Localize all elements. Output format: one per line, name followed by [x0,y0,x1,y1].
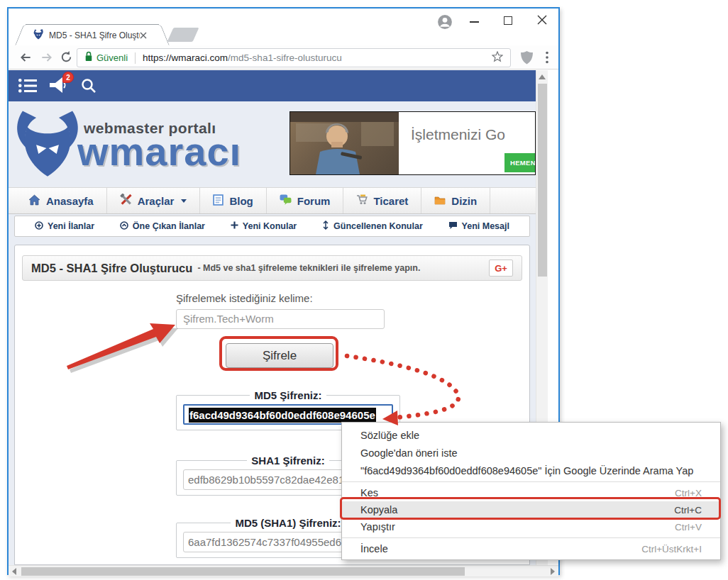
browser-tab[interactable]: MD5 - SHA1 Şifre Oluştur [26,24,159,45]
chevron-down-icon [181,199,187,203]
md5-sha1-label: MD5 (SHA1) Şifreniz: [231,517,345,529]
main-nav: Anasayfa Araçlar Blog Forum Ticaret [9,187,536,214]
md5-label: MD5 Şifreniz: [250,389,326,401]
ad-headline: İşletmenizi Go [411,126,505,143]
tools-icon [120,194,132,208]
cart-icon [356,194,368,207]
sub-nav: Yeni İlanlar Öne Çıkan İlanlar Yeni Konu… [14,216,530,237]
menu-separator [342,481,720,482]
tab-title: MD5 - SHA1 Şifre Oluştur [49,30,140,40]
shield-extension-icon[interactable] [521,51,533,67]
ad-banner[interactable]: İşletmenizi Go HEMEN BA [289,111,536,175]
nav-item-anasayfa[interactable]: Anasayfa [16,188,107,213]
home-icon [28,194,40,208]
menu-item-oneri-iste[interactable]: Google'dan öneri iste [342,444,720,462]
tab-close-icon[interactable] [140,29,147,42]
url-path: /md5-sha1-sifre-olusturucu [228,52,342,63]
close-button[interactable] [536,14,548,26]
lock-icon [84,51,93,65]
favicon-bull-icon [33,28,44,43]
page-subtitle: - Md5 ve sha1 şifreleme teknikleri ile ş… [197,263,420,273]
notification-badge: 2 [62,72,74,83]
url-host: https://wmaraci.com [143,52,228,63]
menu-separator [342,537,720,538]
bookmark-star-icon[interactable] [492,51,503,65]
logo-brand[interactable]: wmaracı [77,132,241,172]
circle-plus-icon [35,221,43,232]
more-menu-icon[interactable] [546,51,548,67]
url-divider [135,52,136,64]
menu-item-kopyala[interactable]: KopyalaCtrl+C [342,501,720,518]
subnav-yeni-konular[interactable]: Yeni Konular [231,221,297,231]
word-input[interactable]: Şifrem.Tech+Worm [176,309,385,329]
updown-arrow-icon [322,221,329,232]
site-topbar: 2 [9,70,536,101]
reload-icon[interactable] [60,50,73,67]
vertical-scroll-thumb[interactable] [538,84,547,277]
desktop: { "chrome": { "tab_title": "MD5 - SHA1 Ş… [0,0,728,580]
shortcut-label: Ctrl+C [674,505,702,515]
nav-item-ticaret[interactable]: Ticaret [343,188,421,213]
menu-item-sozluge-ekle[interactable]: Sözlüğe ekle [342,426,720,444]
search-icon[interactable] [81,78,96,96]
profile-icon[interactable] [437,14,453,30]
word-input-label: Şifrelemek istediğiniz kelime: [176,292,313,304]
sha1-label: SHA1 Şifreniz: [247,454,329,467]
blog-icon [213,194,224,208]
subnav-guncellenen-konular[interactable]: Güncellenen Konular [322,221,423,232]
menu-item-yapistir[interactable]: YapıştırCtrl+V [342,518,720,535]
bull-logo-icon[interactable] [11,104,84,184]
shortcut-label: Ctrl+ÜstKrkt+I [641,544,702,554]
ad-photo [290,112,399,174]
chat-bubble-icon [448,221,458,232]
encrypt-button[interactable]: Şifrele [226,343,333,368]
url-bar[interactable]: Güvenli https://wmaraci.com/md5-sha1-sif… [77,48,511,67]
shortcut-label: Ctrl+X [675,488,702,498]
shortcut-label: Ctrl+V [675,522,702,532]
menu-item-google-arama[interactable]: "f6acd49d9364bf60d0eddf608e94605e" İçin … [342,462,720,479]
scroll-up-icon[interactable] [539,74,546,79]
page-title: MD5 - SHA1 Şifre Oluşturucu [31,262,192,275]
folder-icon [434,195,446,207]
scroll-right-icon[interactable] [551,568,555,575]
list-menu-icon[interactable] [18,79,37,96]
menu-item-incele[interactable]: İnceleCtrl+ÜstKrkt+I [342,540,720,557]
nav-item-dizin[interactable]: Dizin [421,188,490,213]
nav-item-araclar[interactable]: Araçlar [107,188,201,213]
forum-icon [280,194,292,207]
horizontal-scroll-thumb[interactable] [21,567,465,576]
nav-item-blog[interactable]: Blog [200,188,266,213]
browser-toolbar: Güvenli https://wmaraci.com/md5-sha1-sif… [9,45,558,69]
selected-text: f6acd49d9364bf60d0eddf608e94605e [189,408,376,423]
horizontal-scrollbar[interactable] [9,565,558,576]
new-tab-button[interactable] [167,28,199,42]
circle-up-icon [120,221,128,232]
maximize-button[interactable] [504,16,512,25]
gplus-button[interactable]: G+ [489,260,513,277]
minimize-button[interactable] [470,21,479,23]
nav-item-forum[interactable]: Forum [267,188,344,213]
ad-cta-button[interactable]: HEMEN BA [504,153,536,172]
back-icon[interactable] [18,50,33,67]
subnav-yeni-ilanlar[interactable]: Yeni İlanlar [35,221,94,232]
forward-icon[interactable] [40,50,54,67]
plus-icon [231,221,238,231]
menu-item-kes[interactable]: KesCtrl+X [342,484,720,501]
scroll-left-icon[interactable] [12,568,16,575]
secure-label: Güvenli [96,52,128,63]
subnav-yeni-mesajlar[interactable]: Yeni Mesajl [448,221,509,232]
context-menu: Sözlüğe ekle Google'dan öneri iste "f6ac… [341,422,721,560]
tool-header: MD5 - SHA1 Şifre Oluşturucu - Md5 ve sha… [22,255,522,281]
subnav-one-cikan-ilanlar[interactable]: Öne Çıkan İlanlar [120,221,205,232]
